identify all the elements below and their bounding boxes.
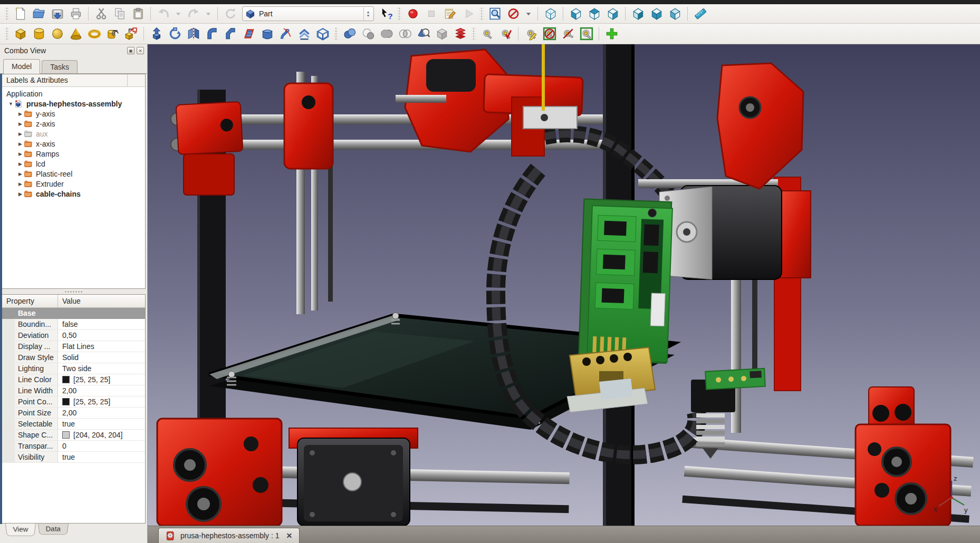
- create-primitives-button[interactable]: [104, 26, 121, 42]
- chamfer-button[interactable]: [222, 26, 239, 42]
- document-tab[interactable]: prusa-hephestos-assembly : 1 ✕: [158, 528, 300, 543]
- sweep-button[interactable]: [277, 26, 294, 42]
- redo-button[interactable]: [185, 6, 202, 22]
- measure-linear-button[interactable]: [478, 26, 496, 42]
- value-column-header[interactable]: Value: [58, 295, 85, 307]
- expand-arrow-icon[interactable]: ▼: [7, 101, 14, 106]
- tree-item-z-axis[interactable]: ▶z-axis: [2, 119, 145, 129]
- tree-item-document[interactable]: ▼prusa-hephestos-assembly: [2, 99, 145, 109]
- copy-button[interactable]: [111, 6, 128, 22]
- toolbar-drag-handle[interactable]: [397, 7, 401, 20]
- collapse-arrow-icon[interactable]: ▶: [17, 141, 24, 147]
- measure-distance-button[interactable]: [691, 6, 709, 22]
- property-value[interactable]: Solid: [58, 352, 145, 363]
- property-value[interactable]: 2,00: [58, 408, 145, 418]
- property-value[interactable]: 2,00: [58, 385, 145, 396]
- property-row[interactable]: Draw StyleSolid: [2, 352, 145, 363]
- property-row[interactable]: Display ...Flat Lines: [2, 341, 145, 352]
- defeaturing-button[interactable]: [433, 26, 450, 42]
- fillet-button[interactable]: [203, 26, 220, 42]
- refresh-document-button[interactable]: [222, 6, 239, 22]
- view-top-button[interactable]: [585, 6, 603, 22]
- collapse-arrow-icon[interactable]: ▶: [17, 151, 24, 157]
- macro-record-button[interactable]: [404, 6, 421, 22]
- property-value[interactable]: [204, 204, 204]: [58, 430, 145, 440]
- measure-toggle-3d-button[interactable]: [578, 26, 595, 42]
- property-value[interactable]: Flat Lines: [58, 341, 145, 352]
- collapse-arrow-icon[interactable]: ▶: [17, 121, 24, 127]
- offset-3d-button[interactable]: [295, 26, 313, 42]
- measure-refresh-button[interactable]: [522, 26, 540, 42]
- property-row[interactable]: Point Size2,00: [2, 408, 145, 419]
- view-bottom-button[interactable]: [648, 6, 665, 22]
- property-value[interactable]: [25, 25, 25]: [58, 396, 145, 407]
- view-left-button[interactable]: [666, 6, 684, 22]
- 3d-viewport[interactable]: z x y: [148, 44, 980, 526]
- collapse-arrow-icon[interactable]: ▶: [17, 191, 24, 197]
- tree-root-application[interactable]: Application: [2, 89, 145, 99]
- thickness-button[interactable]: [314, 26, 331, 42]
- tree-item-cable-chains[interactable]: ▶cable-chains: [2, 189, 145, 199]
- fit-all-button[interactable]: [486, 6, 504, 22]
- property-row[interactable]: Boundin...false: [2, 319, 145, 330]
- toolbar-drag-handle[interactable]: [5, 27, 9, 40]
- loft-button[interactable]: [258, 26, 276, 42]
- boolean-button[interactable]: [341, 26, 358, 42]
- tree-item-plastic-reel[interactable]: ▶Plastic-reel: [2, 169, 145, 179]
- measure-toggle-all-button[interactable]: [559, 26, 577, 42]
- property-value[interactable]: Two side: [58, 363, 145, 374]
- property-row[interactable]: Deviation0,50: [2, 330, 145, 341]
- collapse-arrow-icon[interactable]: ▶: [17, 161, 24, 167]
- view-rear-button[interactable]: [629, 6, 647, 22]
- property-row[interactable]: Visibilitytrue: [2, 452, 145, 463]
- mirror-button[interactable]: [185, 26, 202, 42]
- primitive-cone-button[interactable]: [67, 26, 84, 42]
- macro-edit-button[interactable]: [441, 6, 458, 22]
- view-right-button[interactable]: [604, 6, 621, 22]
- tree-item-ramps[interactable]: ▶Ramps: [2, 149, 145, 159]
- toolbar-drag-handle[interactable]: [472, 27, 476, 40]
- primitive-sphere-button[interactable]: [49, 26, 66, 42]
- draw-style-button[interactable]: [505, 6, 522, 22]
- new-document-button[interactable]: [12, 6, 29, 22]
- save-document-button[interactable]: [49, 6, 66, 22]
- paste-button[interactable]: [129, 6, 147, 22]
- boolean-union-button[interactable]: [378, 26, 395, 42]
- undo-button[interactable]: [155, 6, 172, 22]
- view-axonometric-button[interactable]: [542, 6, 559, 22]
- panel-splitter[interactable]: [0, 289, 147, 294]
- revolve-button[interactable]: [166, 26, 184, 42]
- property-row[interactable]: Line Width2,00: [2, 385, 145, 396]
- boolean-cut-button[interactable]: [359, 26, 377, 42]
- shape-builder-button[interactable]: [122, 26, 140, 42]
- float-panel-button[interactable]: ▣: [127, 47, 134, 54]
- tree-item-lcd[interactable]: ▶lcd: [2, 159, 145, 169]
- property-row[interactable]: Shape C...[204, 204, 204]: [2, 430, 145, 441]
- whats-this-button[interactable]: [377, 6, 395, 22]
- workbench-selector-spinner[interactable]: ▲▼: [363, 7, 372, 20]
- cut-button[interactable]: [92, 6, 110, 22]
- primitive-cylinder-button[interactable]: [30, 26, 47, 42]
- tab-data[interactable]: Data: [38, 523, 69, 535]
- property-row[interactable]: Line Color[25, 25, 25]: [2, 374, 145, 385]
- workbench-selector[interactable]: Part▲▼: [242, 6, 374, 21]
- property-row[interactable]: Selectabletrue: [2, 419, 145, 430]
- open-document-button[interactable]: [30, 6, 47, 22]
- collapse-arrow-icon[interactable]: ▶: [17, 171, 24, 177]
- property-row[interactable]: Transpar...0: [2, 441, 145, 452]
- cross-sections-button[interactable]: [451, 26, 469, 42]
- primitive-box-button[interactable]: [12, 26, 29, 42]
- property-value[interactable]: 0,50: [58, 330, 145, 341]
- tree-item-aux[interactable]: ▶aux: [2, 129, 145, 139]
- undo-history-button[interactable]: [173, 6, 184, 22]
- property-row[interactable]: Point Co...[25, 25, 25]: [2, 396, 145, 408]
- measure-clear-all-button[interactable]: [541, 26, 558, 42]
- check-geometry-button[interactable]: [415, 26, 432, 42]
- tree-item-extruder[interactable]: ▶Extruder: [2, 179, 145, 189]
- tab-view[interactable]: View: [5, 523, 36, 536]
- property-column-header[interactable]: Property: [2, 295, 58, 307]
- property-row[interactable]: LightingTwo side: [2, 363, 145, 374]
- property-value[interactable]: [25, 25, 25]: [58, 374, 145, 385]
- tree-item-x-axis[interactable]: ▶x-axis: [2, 139, 145, 149]
- property-value[interactable]: 0: [58, 441, 145, 451]
